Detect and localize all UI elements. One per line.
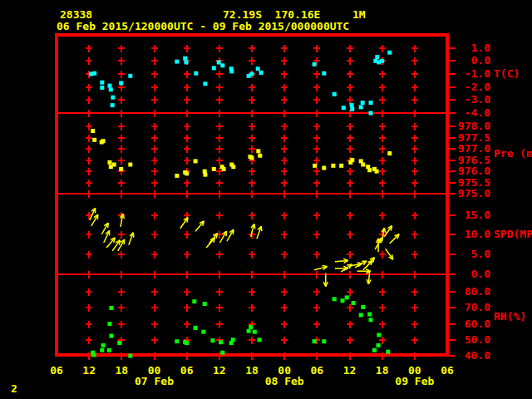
y-axis-labels: 1.00.0-1.0-2.0-3.0-4.0T(C)978.0977.5977.… — [458, 42, 532, 362]
pressure-point — [222, 167, 226, 171]
pressure-point — [92, 138, 96, 142]
humidity-point — [175, 339, 179, 343]
humidity-point — [108, 322, 112, 326]
temperature-axis-title: T(C) — [494, 67, 520, 80]
temperature-point — [387, 51, 392, 55]
pressure-points — [91, 129, 392, 178]
y-tick-label: -4.0 — [465, 106, 490, 119]
y-tick-label: 40.0 — [465, 349, 490, 362]
temperature-point — [119, 81, 123, 86]
pressure-point — [212, 167, 216, 171]
humidity-point — [107, 348, 111, 352]
humidity-points — [91, 295, 390, 357]
humidity-point — [345, 295, 349, 299]
hour-label: 12 — [213, 364, 226, 377]
temperature-point — [212, 66, 216, 70]
temperature-point — [109, 87, 113, 91]
temperature-point — [185, 60, 189, 64]
temperature-point — [256, 66, 260, 71]
pressure-point — [194, 159, 198, 163]
pressure-point — [331, 164, 335, 168]
humidity-point — [359, 313, 363, 318]
humidity-point — [219, 340, 223, 344]
y-tick-label: 80.0 — [465, 285, 490, 298]
pressure-point — [339, 164, 343, 168]
humidity-point — [109, 306, 113, 310]
pressure-point — [112, 163, 116, 167]
temperature-point — [220, 63, 224, 67]
humidity-point — [109, 334, 113, 338]
pressure-point — [256, 149, 260, 153]
y-tick-label: 5.0 — [471, 248, 491, 260]
temperature-point — [229, 69, 234, 73]
pressure-point — [128, 163, 132, 167]
temperature-point — [100, 86, 104, 90]
humidity-point — [100, 348, 104, 352]
pressure-point — [250, 155, 254, 160]
humidity-point — [92, 353, 96, 357]
temperature-point — [313, 62, 317, 66]
temperature-point — [217, 60, 221, 64]
humidity-point — [332, 297, 337, 301]
hour-label: 06 — [180, 364, 194, 377]
y-tick-label: 977.0 — [458, 142, 490, 155]
pressure-point — [375, 170, 379, 174]
y-tick-label: 0.0 — [471, 268, 491, 280]
y-tick-label: 976.0 — [458, 165, 490, 177]
humidity-point — [117, 341, 121, 345]
pressure-point — [258, 154, 262, 158]
temperature-point — [194, 71, 198, 76]
date-label: 08 Feb — [265, 375, 304, 387]
y-tick-label: 70.0 — [465, 301, 490, 313]
temperature-point — [259, 71, 264, 75]
temperature-point — [175, 60, 179, 64]
pressure-axis-title: Pre (mb) — [494, 147, 532, 160]
humidity-point — [341, 298, 345, 303]
temperature-point — [322, 71, 326, 76]
wind-arrow — [180, 218, 188, 229]
humidity-point — [313, 339, 317, 343]
wind-arrow — [257, 226, 262, 239]
temperature-point — [108, 84, 112, 88]
temperature-point — [361, 101, 365, 105]
humidity-point — [128, 354, 132, 358]
temperature-point — [92, 71, 96, 76]
chart-grid — [86, 45, 456, 360]
y-tick-label: 50.0 — [465, 333, 490, 346]
hour-label: 06 — [311, 364, 324, 377]
temperature-point — [380, 59, 384, 63]
humidity-point — [386, 350, 390, 354]
pressure-point — [350, 158, 354, 162]
humidity-point — [249, 325, 253, 329]
temperature-point — [350, 103, 354, 107]
temperature-point — [359, 105, 363, 109]
temperature-point — [111, 96, 115, 100]
humidity-axis-title: RH(%) — [494, 310, 526, 323]
wind-arrow — [90, 208, 96, 220]
y-tick-label: 0.0 — [471, 54, 491, 66]
y-tick-label: 15.0 — [465, 209, 490, 221]
wind-arrow — [91, 214, 98, 226]
y-tick-label: 60.0 — [465, 318, 490, 330]
y-tick-label: 1.0 — [471, 42, 491, 54]
humidity-point — [194, 326, 198, 330]
temperature-point — [203, 81, 207, 86]
humidity-point — [361, 305, 365, 309]
pressure-point — [367, 168, 372, 172]
humidity-point — [203, 302, 207, 306]
temperature-point — [369, 101, 373, 105]
pressure-point — [313, 164, 317, 168]
pressure-point — [101, 139, 106, 143]
y-tick-label: 978.0 — [458, 120, 490, 132]
humidity-point — [185, 341, 189, 345]
temperature-point — [111, 103, 115, 107]
wind-arrow — [227, 229, 234, 241]
y-tick-label: -1.0 — [465, 67, 490, 80]
pressure-point — [203, 173, 207, 177]
hour-label: 06 — [50, 364, 63, 377]
humidity-point — [377, 343, 381, 347]
hour-label: 18 — [245, 364, 259, 377]
hour-label: 12 — [82, 364, 96, 377]
humidity-point — [367, 313, 372, 317]
wind-arrow — [206, 238, 214, 248]
